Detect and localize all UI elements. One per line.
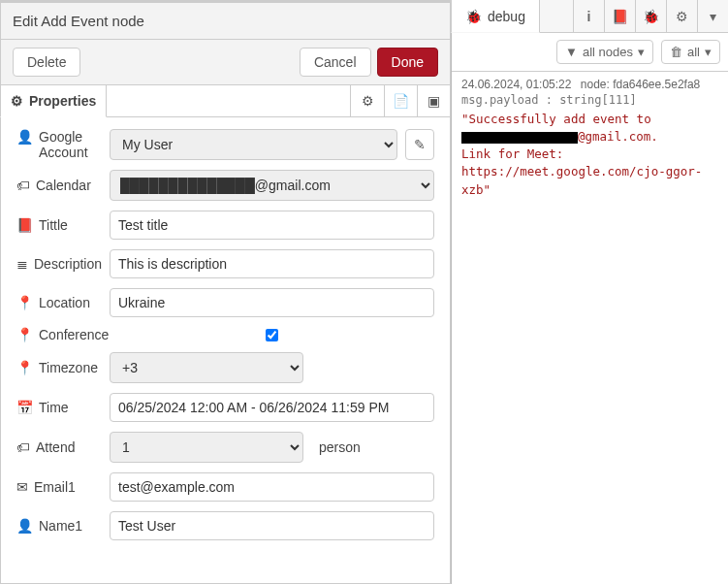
- calendar-select[interactable]: ██████████████@gmail.com: [110, 170, 434, 201]
- label-google-account: 👤 Google Account: [16, 129, 110, 160]
- gear-icon: ⚙: [362, 93, 374, 109]
- label-location: 📍 Location: [16, 295, 110, 310]
- pin-icon: 📍: [16, 327, 33, 342]
- name1-input[interactable]: [110, 511, 434, 540]
- pencil-icon: ✎: [414, 137, 426, 152]
- clear-all-button[interactable]: 🗑 all ▾: [661, 40, 720, 64]
- pin-icon: 📍: [16, 360, 33, 375]
- bookmark-icon: 📕: [16, 217, 33, 233]
- bug-icon: 🐞: [643, 9, 659, 24]
- sidebar-config-icon[interactable]: ⚙: [666, 0, 697, 32]
- sidebar-help-icon[interactable]: 📕: [604, 0, 635, 32]
- google-account-select[interactable]: My User: [110, 129, 397, 160]
- tabs-row: ⚙ Properties ⚙ 📄 ▣: [0, 85, 451, 117]
- debug-meta: 24.06.2024, 01:05:22 node: fda646ee.5e2f…: [461, 78, 718, 91]
- tab-properties-label: Properties: [29, 93, 96, 109]
- book-icon: 📕: [612, 9, 628, 24]
- info-icon: i: [587, 9, 591, 24]
- debug-message: "Successfully add event to @gmail.com. L…: [461, 111, 718, 199]
- label-email1: ✉ Email1: [16, 479, 110, 495]
- calendar-icon: 📅: [16, 400, 33, 415]
- tab-properties[interactable]: ⚙ Properties: [0, 84, 107, 117]
- conference-checkbox[interactable]: [266, 329, 278, 341]
- debug-path: msg.payload : string[111]: [461, 93, 718, 107]
- email1-input[interactable]: [110, 472, 434, 502]
- tag-icon: 🏷: [16, 178, 30, 193]
- envelope-icon: ✉: [16, 479, 28, 495]
- label-conference: 📍 Conference: [16, 327, 110, 342]
- chevron-down-icon: ▾: [705, 45, 712, 59]
- attend-suffix: person: [319, 439, 361, 455]
- delete-button[interactable]: Delete: [13, 48, 80, 77]
- pin-icon: 📍: [16, 295, 33, 310]
- dialog-header: Edit Add Event node: [0, 0, 451, 40]
- sidebar-header: 🐞 debug i 📕 🐞 ⚙ ▾: [452, 0, 728, 33]
- node-appearance-icon[interactable]: ▣: [417, 85, 450, 116]
- dialog-button-bar: Delete Cancel Done: [0, 40, 451, 85]
- user-icon: 👤: [16, 518, 33, 534]
- label-attend: 🏷 Attend: [16, 439, 110, 455]
- debug-node-link[interactable]: fda646ee.5e2fa8: [613, 78, 700, 91]
- done-button[interactable]: Done: [377, 48, 438, 77]
- list-icon: ≣: [16, 256, 28, 272]
- dialog-title: Edit Add Event node: [13, 13, 144, 29]
- chevron-down-icon: ▾: [638, 45, 645, 59]
- tab-debug-label: debug: [488, 9, 525, 24]
- filter-all-nodes-button[interactable]: ▼ all nodes ▾: [556, 40, 653, 64]
- label-calendar: 🏷 Calendar: [16, 178, 110, 193]
- label-description: ≣ Description: [16, 256, 110, 272]
- gear-icon: ⚙: [11, 93, 23, 109]
- sidebar-info-icon[interactable]: i: [573, 0, 604, 32]
- description-input[interactable]: [110, 249, 434, 278]
- chevron-down-icon: ▾: [710, 9, 716, 24]
- time-input[interactable]: [110, 393, 434, 422]
- debug-toolbar: ▼ all nodes ▾ 🗑 all ▾: [452, 33, 728, 72]
- node-docs-icon[interactable]: 📄: [384, 85, 417, 116]
- debug-body: 24.06.2024, 01:05:22 node: fda646ee.5e2f…: [452, 72, 728, 584]
- edit-account-button[interactable]: ✎: [405, 129, 434, 160]
- doc-icon: 📄: [393, 93, 409, 109]
- cancel-button[interactable]: Cancel: [300, 48, 371, 77]
- box-icon: ▣: [427, 93, 440, 109]
- timezone-select[interactable]: +3: [110, 352, 303, 383]
- redacted-text: [461, 132, 578, 144]
- label-time: 📅 Time: [16, 400, 110, 415]
- title-input[interactable]: [110, 211, 434, 240]
- properties-form: 👤 Google Account My User ✎ 🏷 Calendar: [0, 117, 451, 584]
- trash-icon: 🗑: [670, 45, 682, 59]
- label-timezone: 📍 Timezone: [16, 360, 110, 375]
- attend-select[interactable]: 1: [110, 432, 303, 463]
- gear-icon: ⚙: [676, 9, 688, 24]
- debug-timestamp: 24.06.2024, 01:05:22: [461, 78, 571, 91]
- bug-icon: 🐞: [465, 9, 482, 24]
- sidebar-more-icon[interactable]: ▾: [697, 0, 728, 32]
- label-name1: 👤 Name1: [16, 518, 110, 534]
- node-settings-icon[interactable]: ⚙: [351, 85, 384, 116]
- tag-icon: 🏷: [16, 439, 30, 455]
- tab-debug[interactable]: 🐞 debug: [451, 0, 540, 33]
- user-icon: 👤: [16, 129, 33, 145]
- label-title: 📕 Tittle: [16, 217, 110, 233]
- location-input[interactable]: [110, 288, 434, 317]
- sidebar-debug-icon[interactable]: 🐞: [635, 0, 666, 32]
